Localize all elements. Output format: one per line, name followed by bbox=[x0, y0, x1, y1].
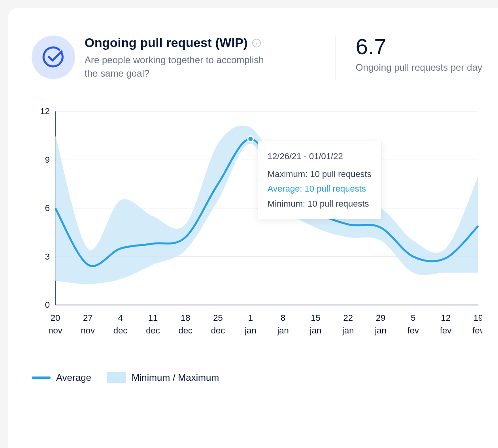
svg-text:3: 3 bbox=[45, 252, 50, 262]
check-circle-icon bbox=[32, 36, 75, 79]
svg-text:dec: dec bbox=[178, 326, 192, 335]
highlight-marker bbox=[248, 136, 253, 142]
svg-text:dec: dec bbox=[211, 326, 225, 335]
svg-text:15: 15 bbox=[311, 313, 320, 323]
svg-text:jan: jan bbox=[374, 326, 386, 335]
svg-text:11: 11 bbox=[148, 313, 158, 323]
svg-text:9: 9 bbox=[45, 155, 50, 165]
svg-text:27: 27 bbox=[83, 313, 92, 323]
y-axis-ticks: 036912 bbox=[40, 106, 50, 310]
svg-text:jan: jan bbox=[309, 326, 321, 335]
card-header: Ongoing pull request (WIP) i Are people … bbox=[32, 36, 482, 80]
svg-text:1: 1 bbox=[248, 313, 253, 323]
legend-area-swatch bbox=[107, 372, 126, 383]
legend-minmax-label: Minimum / Maximum bbox=[132, 372, 219, 383]
tooltip-avg: Average: 10 pull requests bbox=[268, 181, 372, 196]
tooltip-max: Maximum: 10 pull requests bbox=[268, 167, 372, 181]
chart-tooltip: 12/26/21 - 01/01/22 Maximum: 10 pull req… bbox=[258, 141, 381, 220]
svg-text:19: 19 bbox=[473, 313, 482, 323]
svg-text:5: 5 bbox=[411, 313, 415, 323]
metric-block: 6.7 Ongoing pull requests per day bbox=[356, 36, 482, 74]
x-axis-ticks: 20nov27nov4dec11dec18dec25dec1jan8jan15j… bbox=[48, 313, 482, 335]
svg-text:12: 12 bbox=[441, 313, 450, 323]
svg-text:29: 29 bbox=[376, 313, 385, 323]
svg-text:0: 0 bbox=[45, 300, 50, 310]
svg-text:jan: jan bbox=[277, 326, 289, 335]
line-chart[interactable]: 036912 20nov27nov4dec11dec18dec25dec1jan… bbox=[32, 104, 482, 356]
card-title: Ongoing pull request (WIP) bbox=[85, 36, 247, 50]
svg-text:fev: fev bbox=[407, 326, 419, 335]
chart-legend: Average Minimum / Maximum bbox=[32, 372, 482, 383]
svg-text:25: 25 bbox=[213, 313, 223, 323]
svg-text:jan: jan bbox=[342, 326, 354, 335]
legend-average-label: Average bbox=[56, 372, 91, 383]
svg-text:nov: nov bbox=[81, 326, 95, 335]
svg-text:18: 18 bbox=[181, 313, 190, 323]
info-icon[interactable]: i bbox=[252, 39, 261, 47]
legend-line-swatch bbox=[32, 376, 51, 379]
metric-value: 6.7 bbox=[356, 36, 482, 58]
title-row: Ongoing pull request (WIP) i bbox=[85, 36, 266, 50]
title-block: Ongoing pull request (WIP) i Are people … bbox=[85, 36, 266, 80]
svg-text:fev: fev bbox=[440, 326, 451, 335]
svg-text:12: 12 bbox=[40, 106, 50, 116]
metric-label: Ongoing pull requests per day bbox=[356, 61, 482, 74]
svg-text:dec: dec bbox=[113, 326, 127, 335]
svg-text:22: 22 bbox=[343, 313, 353, 323]
svg-text:fev: fev bbox=[472, 326, 482, 335]
svg-text:dec: dec bbox=[146, 326, 160, 335]
svg-text:6: 6 bbox=[45, 203, 50, 213]
tooltip-min: Minimum: 10 pull requests bbox=[268, 196, 372, 211]
header-left: Ongoing pull request (WIP) i Are people … bbox=[32, 36, 316, 80]
legend-average: Average bbox=[32, 372, 91, 383]
metric-card: Ongoing pull request (WIP) i Are people … bbox=[8, 8, 498, 448]
svg-text:20: 20 bbox=[51, 313, 60, 323]
vertical-divider bbox=[336, 36, 336, 80]
legend-minmax: Minimum / Maximum bbox=[107, 372, 219, 383]
svg-text:nov: nov bbox=[48, 326, 62, 335]
chart-container: 036912 20nov27nov4dec11dec18dec25dec1jan… bbox=[32, 104, 482, 356]
svg-text:4: 4 bbox=[118, 313, 123, 323]
svg-text:jan: jan bbox=[244, 326, 256, 335]
svg-text:8: 8 bbox=[281, 313, 285, 323]
tooltip-date-range: 12/26/21 - 01/01/22 bbox=[268, 149, 372, 164]
card-subtitle: Are people working together to accomplis… bbox=[85, 53, 266, 80]
